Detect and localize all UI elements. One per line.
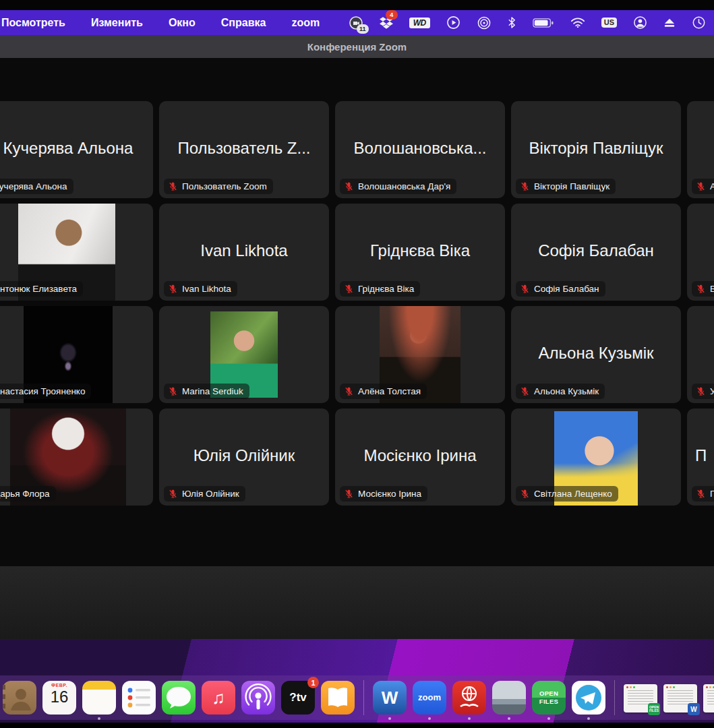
participant-tile[interactable]: Дарья Флора: [0, 408, 153, 506]
participant-display-name: Пользователь Z...: [159, 139, 329, 158]
muted-mic-icon: [696, 489, 706, 499]
time-machine-icon[interactable]: [684, 10, 714, 35]
zoom-window-titlebar[interactable]: Конференция Zoom: [0, 35, 714, 59]
menu-item-4[interactable]: zoom: [278, 17, 332, 29]
participant-tile[interactable]: Юлія Олійник Юлія Олійник: [159, 408, 329, 506]
dock-notes-icon[interactable]: [82, 681, 116, 715]
participant-name-text: Альона Кузьмік: [534, 386, 599, 396]
participant-tile[interactable]: Ivan Likhota Ivan Likhota: [159, 204, 329, 301]
menu-item-3[interactable]: Справка: [208, 17, 279, 29]
dropbox-icon-badge: 4: [386, 10, 398, 20]
muted-mic-icon: [696, 386, 706, 396]
macos-menu-bar: ПосмотретьИзменитьОкноСправкаzoom 114WDU…: [0, 10, 714, 35]
participant-name-label: Юлія Олійник: [164, 486, 245, 502]
dock-telegram-icon[interactable]: [572, 681, 605, 715]
participant-name-text: Гріднєва Віка: [358, 284, 414, 294]
participant-tile[interactable]: Marina Serdiuk: [159, 306, 329, 403]
participant-tile[interactable]: Антонюк Елизавета: [0, 204, 153, 301]
dropbox-icon[interactable]: 4: [371, 10, 401, 35]
participant-tile[interactable]: Пользователь Z... Пользователь Zoom: [159, 101, 329, 198]
menu-item-1[interactable]: Изменить: [78, 17, 156, 29]
dock-apple-tv-icon[interactable]: ?tv1: [281, 681, 315, 715]
participant-tile[interactable]: Софія Балабан Софія Балабан: [511, 204, 681, 301]
dock-messages-icon[interactable]: [162, 681, 196, 715]
participant-name-label: Софія Балабан: [516, 281, 605, 297]
menu-item-2[interactable]: Окно: [156, 17, 208, 29]
participant-tile[interactable]: Анастасия Трояненко: [0, 306, 153, 403]
participant-tile[interactable]: Альона Кузьмік Альона Кузьмік: [511, 306, 681, 403]
participant-name-label: Гріднєва Віка: [340, 281, 420, 297]
dock-calendar-icon[interactable]: ФЕВР.16: [42, 681, 76, 715]
participant-name-text: Вікторія Павліщук: [534, 181, 609, 191]
user-account-icon[interactable]: [625, 10, 655, 35]
dock-podcasts-icon[interactable]: [241, 681, 275, 715]
participant-display-name-partial: П: [695, 446, 707, 465]
participant-display-name: Альона Кузьмік: [511, 344, 681, 363]
running-indicator: [388, 717, 391, 720]
participant-name-label: Анастасия Трояненко: [0, 384, 91, 399]
dock-open-files-icon[interactable]: OPENFILES: [532, 681, 566, 715]
screen-mirroring-icon[interactable]: [469, 10, 500, 35]
muted-mic-icon: [168, 386, 178, 396]
battery-icon[interactable]: [525, 10, 562, 35]
participant-name-label: Волошановська Дар'я: [340, 179, 456, 194]
participant-name-label: Marina Serdiuk: [164, 384, 249, 399]
participant-name-label: Мосієнко Ірина: [340, 486, 427, 502]
muted-mic-icon: [168, 284, 178, 294]
top-bezel: [0, 0, 714, 10]
dock-separator: [614, 680, 615, 715]
wd-drive-icon[interactable]: WD: [401, 10, 438, 35]
participant-tile[interactable]: Алёна Толстая: [335, 306, 505, 403]
bluetooth-icon[interactable]: [500, 10, 525, 35]
participant-name-label: У: [692, 384, 714, 399]
participant-name-text: Ivan Likhota: [182, 284, 231, 294]
muted-mic-icon: [344, 284, 354, 294]
participant-tile[interactable]: В: [687, 204, 714, 301]
minimized-word-doc-1[interactable]: W: [663, 684, 697, 712]
participant-tile[interactable]: Світлана Лещенко: [511, 408, 681, 506]
dock-reminders-icon[interactable]: [122, 681, 156, 715]
menu-item-0[interactable]: Посмотреть: [0, 17, 78, 29]
participant-tile[interactable]: Гріднєва Віка Гріднєва Віка: [335, 204, 505, 301]
participant-tile[interactable]: У: [687, 306, 714, 403]
dock-books-icon[interactable]: [321, 681, 355, 715]
muted-mic-icon: [520, 386, 530, 396]
play-icon[interactable]: [438, 10, 469, 35]
participant-display-name: Ivan Likhota: [159, 241, 329, 260]
running-indicator: [587, 717, 590, 720]
wifi-icon[interactable]: [562, 10, 593, 35]
muted-mic-icon: [344, 489, 354, 499]
participant-name-text: У: [710, 386, 714, 396]
muted-mic-icon: [520, 489, 530, 499]
participant-tile[interactable]: Волошановська... Волошановська Дар'я: [335, 101, 505, 198]
macos-dock: ФЕВР.16♫?tv1WzoomOPENFILES OPENFILES W W…: [0, 675, 714, 720]
participant-name-label: Ivan Likhota: [164, 281, 237, 297]
participant-tile[interactable]: Вікторія Павліщук Вікторія Павліщук: [511, 101, 681, 198]
participant-name-text: Антонюк Елизавета: [0, 284, 77, 294]
dock-image-app-icon[interactable]: [492, 681, 526, 715]
dock-word-icon[interactable]: W: [373, 681, 407, 715]
participant-tile[interactable]: А: [687, 101, 714, 198]
participant-tile[interactable]: Кучерява АльонаКучерява Альона: [0, 101, 153, 198]
input-source-icon[interactable]: US: [593, 10, 625, 35]
muted-mic-icon: [168, 181, 178, 191]
participant-name-text: Дарья Флора: [0, 489, 50, 499]
menubar-status-icons: 114WDUS: [340, 10, 714, 35]
minimized-openfiles-window[interactable]: OPENFILES: [624, 684, 657, 712]
participant-name-text: Юлія Олійник: [182, 489, 239, 499]
dock-dictionary-app-icon[interactable]: [452, 681, 486, 715]
dock-contacts-icon[interactable]: [3, 681, 36, 715]
dock-music-icon[interactable]: ♫: [202, 681, 235, 715]
running-indicator: [508, 717, 510, 720]
participant-name-label: А: [692, 179, 714, 194]
eject-icon[interactable]: [655, 10, 684, 35]
participant-tile[interactable]: Мосієнко Ірина Мосієнко Ірина: [335, 408, 505, 506]
zoom-menubar-icon-badge: 11: [357, 24, 369, 34]
dock-zoom-app-icon[interactable]: zoom: [413, 681, 446, 715]
minimized-word-doc-2[interactable]: W: [703, 684, 714, 712]
participant-tile[interactable]: П П: [687, 408, 714, 506]
participant-name-text: Marina Serdiuk: [182, 386, 243, 396]
calendar-day: 16: [42, 688, 76, 706]
zoom-menubar-icon[interactable]: 11: [340, 10, 371, 35]
calendar-month: ФЕВР.: [42, 683, 76, 688]
